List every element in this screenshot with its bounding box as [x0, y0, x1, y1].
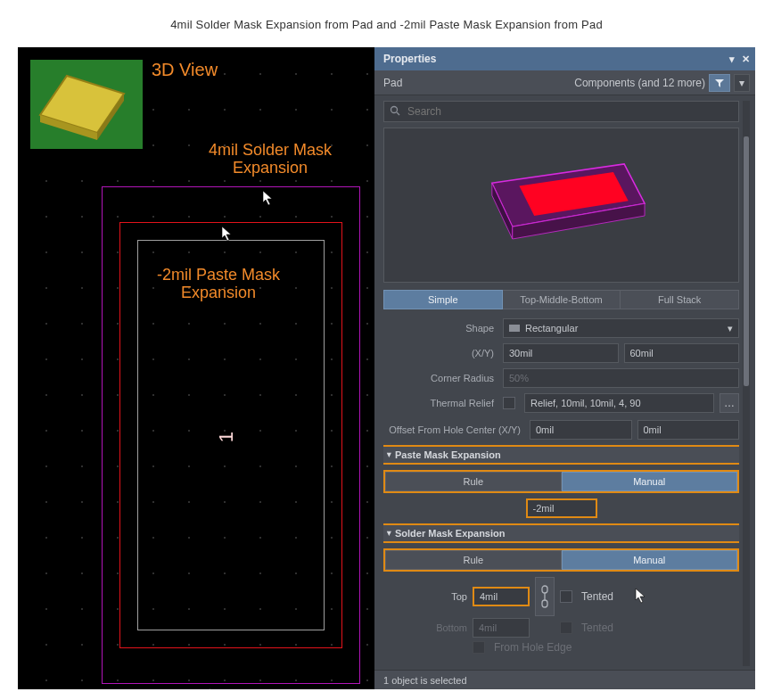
svg-rect-10: [542, 600, 547, 607]
figure-caption: 4mil Solder Mask Expansion from Pad and …: [170, 18, 603, 31]
stack-mode-tabs: Simple Top-Middle-Bottom Full Stack: [383, 290, 739, 309]
section-paste-mask-expansion[interactable]: Paste Mask Expansion: [383, 445, 739, 465]
thermal-relief-label: Thermal Relief: [383, 398, 498, 408]
search-input[interactable]: [406, 104, 733, 119]
solder-manual-button[interactable]: Manual: [562, 550, 738, 570]
thermal-relief-value: Relief, 10mil, 10mil, 4, 90: [524, 393, 714, 413]
cursor-icon: [635, 588, 647, 606]
tab-simple[interactable]: Simple: [383, 290, 503, 309]
designator: 1: [215, 432, 238, 442]
solder-bottom-tented-label: Tented: [581, 622, 613, 634]
thermal-relief-edit-button[interactable]: …: [720, 393, 739, 413]
offset-x-input[interactable]: 0mil: [530, 420, 632, 440]
link-top-bottom-button[interactable]: [535, 577, 555, 616]
shape-label: Shape: [383, 323, 498, 334]
panel-close-icon[interactable]: ✕: [742, 54, 750, 65]
solder-bottom-input: 4mil: [473, 618, 530, 638]
from-hole-edge-label: From Hole Edge: [494, 641, 572, 654]
solder-top-input[interactable]: 4mil: [473, 587, 530, 606]
panel-titlebar: Properties ▾ ✕: [374, 47, 755, 70]
object-type-label: Pad: [383, 77, 402, 89]
svg-point-3: [391, 106, 398, 112]
tab-full-stack[interactable]: Full Stack: [621, 290, 739, 309]
app-frame: 3D View 4mil Solder Mask Expansion -2mil…: [18, 47, 755, 689]
panel-dropdown-icon[interactable]: ▾: [729, 54, 735, 65]
from-hole-edge-checkbox: [473, 641, 485, 654]
solder-top-tented-label: Tented: [581, 590, 613, 603]
shape-value: Rectangular: [525, 323, 578, 334]
cursor-icon: [209, 688, 221, 689]
corner-radius-input: 50%: [503, 368, 739, 388]
xy-label: (X/Y): [383, 348, 498, 358]
paste-rule-button[interactable]: Rule: [385, 472, 562, 491]
offset-y-input[interactable]: 0mil: [637, 420, 740, 440]
panel-footer: 1 object is selected: [374, 670, 755, 689]
search-field[interactable]: [383, 101, 739, 122]
solder-top-tented-checkbox[interactable]: [560, 590, 572, 603]
panel-scrollbar[interactable]: [743, 101, 750, 666]
solder-rule-button[interactable]: Rule: [385, 550, 562, 570]
solder-bottom-tented-checkbox: [560, 622, 572, 634]
properties-panel: Properties ▾ ✕ Pad Components (and 12 mo…: [374, 47, 755, 689]
x-size-input[interactable]: 30mil: [503, 343, 619, 363]
y-size-input[interactable]: 60mil: [624, 343, 740, 363]
pcb-2d-viewport[interactable]: 3D View 4mil Solder Mask Expansion -2mil…: [18, 47, 374, 689]
rectangle-swatch-icon: [509, 325, 520, 332]
section-solder-mask-expansion[interactable]: Solder Mask Expansion: [383, 523, 739, 543]
paste-expansion-input[interactable]: -2mil: [526, 498, 597, 518]
svg-rect-9: [542, 586, 547, 593]
search-icon: [390, 105, 400, 119]
3d-thumbnail: [30, 60, 143, 149]
paste-manual-button[interactable]: Manual: [562, 472, 738, 491]
corner-radius-label: Corner Radius: [383, 373, 498, 383]
solder-top-label: Top: [383, 591, 467, 602]
label-solder-expansion: 4mil Solder Mask Expansion: [209, 142, 332, 177]
offset-label: Offset From Hole Center (X/Y): [383, 424, 524, 435]
svg-line-4: [397, 112, 399, 115]
object-filter-bar: Pad Components (and 12 more) ▾: [374, 70, 755, 95]
shape-dropdown[interactable]: Rectangular ▾: [503, 318, 739, 338]
filter-summary: Components (and 12 more): [574, 77, 705, 89]
solder-bottom-label: Bottom: [383, 622, 467, 633]
chevron-down-icon: ▾: [728, 323, 733, 334]
label-3d-view: 3D View: [152, 60, 218, 79]
filter-dropdown[interactable]: ▾: [734, 74, 750, 92]
panel-scrollbar-thumb[interactable]: [744, 136, 749, 386]
pad-3d-preview[interactable]: [383, 128, 739, 283]
tab-top-middle-bottom[interactable]: Top-Middle-Bottom: [503, 290, 621, 309]
panel-title: Properties: [383, 53, 436, 65]
thermal-relief-checkbox[interactable]: [503, 397, 515, 409]
filter-button[interactable]: [709, 74, 730, 92]
